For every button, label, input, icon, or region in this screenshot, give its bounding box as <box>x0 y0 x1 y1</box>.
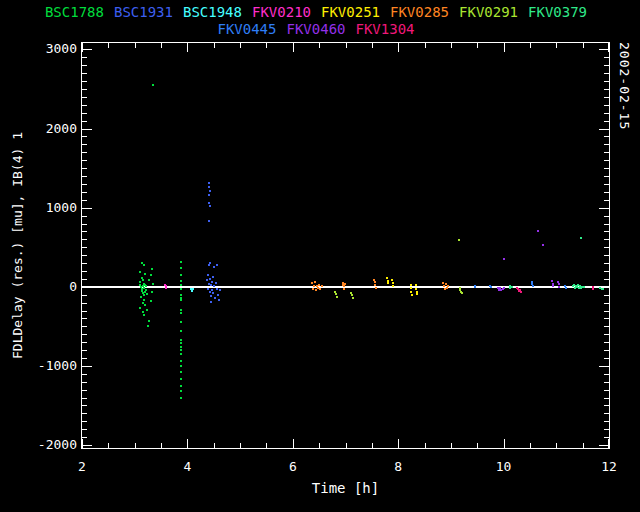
zero-baseline <box>82 286 609 288</box>
data-point-BSC1788 <box>142 311 144 313</box>
data-point-FKV0460 <box>558 283 560 285</box>
y-minor-tick <box>604 89 609 90</box>
y-minor-tick <box>604 334 609 335</box>
y-minor-tick <box>82 421 87 422</box>
data-point-FKV0460 <box>537 230 539 232</box>
x-minor-tick <box>135 43 136 48</box>
y-tick-label: 3000 <box>18 41 77 56</box>
data-point-BSC1788 <box>150 274 152 276</box>
data-point-BSC1788 <box>146 309 148 311</box>
data-point-BSC1788 <box>139 307 141 309</box>
data-point-BSC1788 <box>147 325 149 327</box>
x-major-tick <box>187 439 188 448</box>
data-point-FKV0251 <box>392 282 394 284</box>
x-minor-tick <box>372 43 373 48</box>
x-minor-tick <box>214 43 215 48</box>
y-minor-tick <box>604 184 609 185</box>
data-point-BSC1931 <box>212 292 214 294</box>
data-point-BSC1931 <box>215 282 217 284</box>
y-minor-tick <box>82 350 87 351</box>
data-point-BSC1931 <box>213 266 215 268</box>
x-major-tick <box>82 439 83 448</box>
data-point-BSC1788 <box>145 285 147 287</box>
data-point-FKV0251 <box>416 293 418 295</box>
data-point-BSC1931 <box>208 186 210 188</box>
y-major-tick <box>599 49 609 50</box>
x-tick-label: 10 <box>482 459 526 474</box>
data-point-BSC1788 <box>180 360 182 362</box>
data-point-BSC1788 <box>143 264 145 266</box>
y-minor-tick <box>604 105 609 106</box>
data-point-FKV0251 <box>410 284 412 286</box>
data-point-BSC1931 <box>217 294 219 296</box>
x-minor-tick <box>556 43 557 48</box>
legend-item-FKV1304: FKV1304 <box>356 21 415 37</box>
y-minor-tick <box>82 231 87 232</box>
data-point-FKV0251 <box>392 285 394 287</box>
data-point-FKV0251 <box>386 277 388 279</box>
data-point-BSC1931 <box>208 264 210 266</box>
y-major-tick <box>82 129 92 130</box>
y-minor-tick <box>82 160 87 161</box>
data-point-FKV0251 <box>415 284 417 286</box>
data-point-BSC1788 <box>180 342 182 344</box>
data-point-FKV0460 <box>542 244 544 246</box>
y-minor-tick <box>82 390 87 391</box>
y-major-tick <box>82 445 92 446</box>
y-minor-tick <box>604 152 609 153</box>
x-minor-tick <box>319 443 320 448</box>
x-minor-tick <box>583 43 584 48</box>
y-minor-tick <box>604 358 609 359</box>
y-minor-tick <box>604 295 609 296</box>
data-point-FKV1304 <box>592 288 594 290</box>
y-minor-tick <box>604 326 609 327</box>
y-minor-tick <box>604 168 609 169</box>
data-point-BSC1788 <box>139 281 141 283</box>
y-minor-tick <box>82 405 87 406</box>
y-minor-tick <box>604 247 609 248</box>
x-minor-tick <box>477 443 478 448</box>
data-point-BSC1931 <box>212 276 214 278</box>
data-point-FKV0285 <box>374 284 376 286</box>
data-point-FKV0460 <box>552 285 554 287</box>
x-major-tick <box>187 43 188 52</box>
y-minor-tick <box>604 429 609 430</box>
x-minor-tick <box>108 443 109 448</box>
x-major-tick <box>504 43 505 52</box>
data-point-BSC1931 <box>207 274 209 276</box>
y-minor-tick <box>82 81 87 82</box>
x-minor-tick <box>425 443 426 448</box>
x-axis-title: Time [h] <box>81 480 610 496</box>
data-point-BSC1931 <box>208 202 210 204</box>
data-point-FKV0291 <box>352 297 354 299</box>
data-point-BSC1788 <box>180 353 182 355</box>
y-minor-tick <box>604 374 609 375</box>
y-minor-tick <box>604 263 609 264</box>
data-point-BSC1788 <box>180 371 182 373</box>
data-point-FKV0285 <box>315 289 317 291</box>
data-point-FKV0251 <box>416 291 418 293</box>
data-point-FKV0379 <box>583 286 585 288</box>
y-minor-tick <box>82 413 87 414</box>
data-point-BSC1931 <box>209 205 211 207</box>
y-minor-tick <box>82 144 87 145</box>
legend-item-BSC1788: BSC1788 <box>45 4 104 20</box>
plot-area <box>81 42 610 449</box>
y-minor-tick <box>82 318 87 319</box>
y-minor-tick <box>82 239 87 240</box>
y-minor-tick <box>604 382 609 383</box>
y-major-tick <box>599 445 609 446</box>
y-tick-label: 1000 <box>18 200 77 215</box>
y-minor-tick <box>604 200 609 201</box>
y-minor-tick <box>82 121 87 122</box>
x-minor-tick <box>266 443 267 448</box>
x-major-tick <box>293 439 294 448</box>
data-point-BSC1931 <box>219 289 221 291</box>
data-point-FKV0285 <box>375 287 377 289</box>
y-minor-tick <box>604 311 609 312</box>
y-minor-tick <box>604 231 609 232</box>
x-major-tick <box>608 439 609 448</box>
y-minor-tick <box>604 437 609 438</box>
data-point-BSC1788 <box>180 385 182 387</box>
x-minor-tick <box>530 43 531 48</box>
